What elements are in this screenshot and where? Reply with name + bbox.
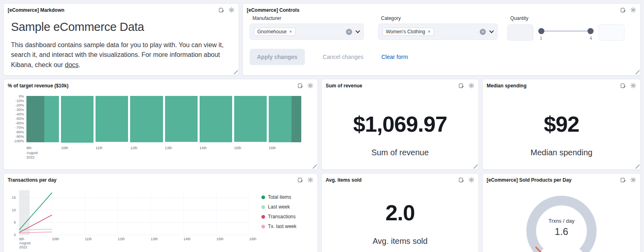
edit-panel-icon[interactable]	[459, 177, 464, 183]
legend-item[interactable]: Transactions	[261, 214, 296, 219]
legend-label: Transactions	[268, 214, 296, 219]
svg-text:0: 0	[14, 233, 16, 237]
panel-header: [eCommerce] Controls	[243, 4, 640, 13]
axis-tick-label: 16th	[269, 146, 301, 160]
panel-settings-gear-icon[interactable]	[307, 177, 313, 183]
revenue-bar[interactable]	[234, 96, 267, 142]
markdown-paragraph: This dashboard contains sample data for …	[11, 40, 231, 70]
panel-median-spending: Median spending $92 Median spending	[482, 79, 641, 170]
svg-text:14th: 14th	[183, 237, 191, 241]
legend-dot-icon	[261, 205, 265, 209]
panel-settings-gear-icon[interactable]	[630, 7, 636, 13]
manufacturer-label: Manufacturer	[252, 15, 364, 21]
revenue-y-axis: 0%-10%-20%-30%-40%-50%-60%-70%-80%-90%-1…	[8, 94, 26, 143]
panel-settings-gear-icon[interactable]	[468, 83, 474, 89]
revenue-bar[interactable]	[26, 96, 59, 142]
revenue-bar-chart[interactable]: 0%-10%-20%-30%-40%-50%-60%-70%-80%-90%-1…	[4, 89, 318, 160]
panel-header: [eCommerce] Sold Products per Day	[483, 174, 640, 183]
apply-changes-button[interactable]: Apply changes	[250, 49, 305, 65]
svg-text:11th: 11th	[85, 237, 92, 241]
panel-title: [eCommerce] Sold Products per Day	[487, 177, 572, 183]
panel-resize-handle[interactable]	[634, 69, 640, 74]
edit-panel-icon[interactable]	[298, 83, 303, 89]
category-pill[interactable]: Women's Clothing ✕	[383, 28, 434, 36]
legend-item[interactable]: Tx. last week	[261, 224, 296, 229]
panel-header: Median spending	[483, 79, 640, 89]
metric-value: $1,069.97	[353, 111, 447, 137]
docs-link[interactable]: docs	[65, 61, 79, 68]
manufacturer-combobox[interactable]: Gnomehouse ✕ ✕	[250, 24, 364, 40]
axis-tick-label: -20%	[15, 103, 24, 107]
slider-track[interactable]	[540, 30, 592, 32]
pill-remove-icon[interactable]: ✕	[289, 30, 292, 34]
quantity-min-input[interactable]	[507, 24, 533, 41]
panel-title: Transactions per day	[8, 177, 57, 183]
transactions-chart[interactable]: 0510159thAugust202210th11th12th13th14th1…	[5, 185, 257, 252]
revenue-bar[interactable]	[96, 96, 128, 142]
legend-label: Tx. last week	[268, 224, 296, 229]
svg-text:9th: 9th	[19, 237, 24, 241]
revenue-bar[interactable]	[269, 96, 301, 142]
clear-form-button[interactable]: Clear form	[381, 54, 408, 60]
edit-panel-icon[interactable]	[620, 83, 626, 89]
panel-target-revenue: % of target revenue ($10k) 0%-10%-20%-30…	[3, 79, 318, 170]
quantity-range-slider[interactable]: 1 4	[539, 24, 593, 41]
panel-resize-handle[interactable]	[232, 69, 238, 74]
revenue-bar[interactable]	[130, 96, 163, 142]
metric-value: 2.0	[385, 200, 415, 225]
panel-sold-products-per-day: [eCommerce] Sold Products per Day Trxns …	[482, 173, 641, 252]
revenue-bar[interactable]	[200, 96, 232, 142]
panel-settings-gear-icon[interactable]	[307, 83, 313, 89]
svg-text:15th: 15th	[216, 237, 224, 241]
panel-settings-gear-icon[interactable]	[228, 7, 235, 13]
svg-text:10: 10	[12, 208, 16, 212]
edit-panel-icon[interactable]	[459, 83, 464, 89]
panel-header: Avg. items sold	[322, 174, 479, 183]
panel-settings-gear-icon[interactable]	[630, 177, 636, 183]
metric-label: Avg. items sold	[372, 237, 427, 246]
edit-panel-icon[interactable]	[620, 177, 626, 183]
svg-text:5: 5	[14, 220, 16, 224]
combobox-clear-icon[interactable]: ✕	[346, 29, 352, 35]
axis-tick-label: -60%	[15, 121, 24, 125]
legend-item[interactable]: Total items	[261, 194, 296, 200]
cancel-changes-button[interactable]: Cancel changes	[323, 54, 363, 60]
manufacturer-control: Manufacturer Gnomehouse ✕ ✕	[250, 15, 364, 41]
slider-handle-max[interactable]	[587, 28, 594, 34]
slider-max-label: 4	[590, 36, 592, 41]
revenue-bar[interactable]	[61, 96, 94, 143]
chevron-down-icon[interactable]	[355, 28, 360, 33]
manufacturer-pill[interactable]: Gnomehouse ✕	[254, 28, 296, 36]
legend-dot-icon	[261, 225, 265, 228]
quantity-max-input[interactable]	[598, 24, 624, 41]
revenue-bars[interactable]	[26, 96, 301, 145]
svg-text:2022: 2022	[19, 245, 27, 249]
panel-title: [eCommerce] Controls	[247, 7, 299, 13]
category-combobox[interactable]: Women's Clothing ✕ ✕	[378, 24, 498, 40]
legend-item[interactable]: Last week	[261, 204, 296, 210]
edit-panel-icon[interactable]	[219, 7, 224, 13]
svg-text:10th: 10th	[52, 237, 59, 241]
panel-resize-handle[interactable]	[311, 163, 317, 169]
edit-panel-icon[interactable]	[620, 7, 626, 13]
revenue-x-axis: 9thAugust202210th11th12th13th14th15th16t…	[26, 146, 301, 160]
gauge-value: 1.6	[513, 226, 610, 237]
pill-remove-icon[interactable]: ✕	[428, 30, 431, 34]
axis-tick-label: -30%	[15, 108, 24, 112]
panel-resize-handle[interactable]	[634, 163, 640, 169]
panel-header: Sum of revenue	[322, 79, 479, 89]
edit-panel-icon[interactable]	[298, 177, 303, 183]
transactions-legend: Total itemsLast weekTransactionsTx. last…	[261, 194, 296, 252]
legend-dot-icon	[261, 196, 265, 199]
combobox-clear-icon[interactable]: ✕	[480, 29, 486, 35]
panel-header: Transactions per day	[4, 174, 318, 183]
revenue-bar[interactable]	[165, 96, 198, 142]
svg-text:13th: 13th	[150, 237, 158, 241]
panel-settings-gear-icon[interactable]	[630, 83, 636, 89]
panel-avg-items-sold: Avg. items sold 2.0 Avg. items sold	[321, 173, 479, 252]
category-control: Category Women's Clothing ✕ ✕	[378, 15, 498, 41]
chevron-down-icon[interactable]	[489, 28, 494, 33]
slider-handle-min[interactable]	[538, 28, 544, 34]
panel-resize-handle[interactable]	[472, 163, 478, 169]
panel-settings-gear-icon[interactable]	[468, 177, 474, 183]
